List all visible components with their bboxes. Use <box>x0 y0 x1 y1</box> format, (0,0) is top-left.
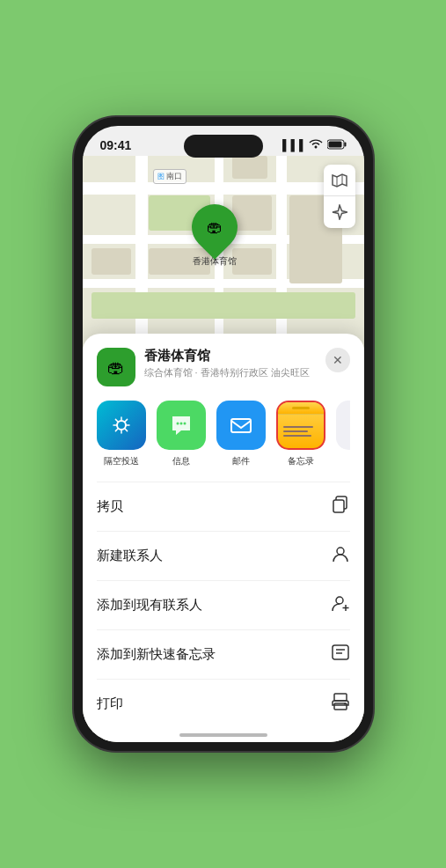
venue-pin-icon: 🏟 <box>207 218 223 237</box>
share-mail[interactable]: 邮件 <box>216 401 266 467</box>
copy-label: 拷贝 <box>97 498 123 515</box>
bottom-sheet: 🏟 香港体育馆 综合体育馆 · 香港特别行政区 油尖旺区 ✕ 隔空投送 <box>83 334 364 742</box>
more-icon <box>336 401 350 450</box>
share-notes[interactable]: 备忘录 <box>276 401 325 467</box>
map-button-group <box>324 165 355 228</box>
phone-frame: 09:41 ▐▐▐ <box>74 117 373 751</box>
share-airdrop[interactable]: 隔空投送 <box>97 401 146 467</box>
location-pin: 🏟 香港体育馆 <box>192 204 238 268</box>
menu-quick-note[interactable]: 添加到新快速备忘录 <box>97 629 350 679</box>
venue-subtitle: 综合体育馆 · 香港特别行政区 油尖旺区 <box>144 366 317 379</box>
dynamic-island <box>184 135 263 158</box>
menu-copy[interactable]: 拷贝 <box>97 482 350 531</box>
map-road <box>83 182 364 195</box>
svg-point-7 <box>179 423 182 425</box>
menu-add-existing-contact[interactable]: 添加到现有联系人 <box>97 580 350 629</box>
svg-point-8 <box>183 423 186 425</box>
map-block <box>91 248 131 275</box>
home-indicator <box>179 733 267 737</box>
messages-label: 信息 <box>172 455 190 467</box>
status-icons: ▐▐▐ <box>279 139 347 152</box>
status-time: 09:41 <box>100 138 132 152</box>
mail-label: 邮件 <box>232 455 250 467</box>
svg-point-6 <box>176 423 179 425</box>
new-contact-label: 新建联系人 <box>97 548 163 564</box>
map-label: 图 南口 <box>153 169 187 184</box>
map-type-button[interactable] <box>324 165 355 196</box>
mail-icon <box>216 401 266 450</box>
battery-icon <box>327 139 347 152</box>
share-row: 隔空投送 信息 邮件 <box>97 401 350 467</box>
svg-rect-2 <box>328 141 341 147</box>
svg-point-12 <box>337 548 344 555</box>
map-block <box>232 156 267 179</box>
close-button[interactable]: ✕ <box>325 348 350 372</box>
new-contact-icon <box>331 544 350 568</box>
copy-icon <box>331 495 350 519</box>
pin-circle: 🏟 <box>182 195 247 260</box>
print-label: 打印 <box>97 695 123 712</box>
quick-note-label: 添加到新快速备忘录 <box>97 646 216 663</box>
airdrop-label: 隔空投送 <box>104 455 139 467</box>
sheet-header: 🏟 香港体育馆 综合体育馆 · 香港特别行政区 油尖旺区 ✕ <box>97 348 350 386</box>
svg-rect-1 <box>344 142 346 146</box>
svg-rect-19 <box>334 694 347 701</box>
map-block <box>91 292 355 319</box>
phone-screen: 09:41 ▐▐▐ <box>83 126 364 742</box>
airdrop-icon <box>97 401 146 450</box>
menu-print[interactable]: 打印 <box>97 679 350 728</box>
svg-rect-16 <box>333 645 348 659</box>
venue-info: 香港体育馆 综合体育馆 · 香港特别行政区 油尖旺区 <box>144 348 317 379</box>
messages-icon <box>157 401 206 450</box>
menu-new-contact[interactable]: 新建联系人 <box>97 531 350 580</box>
map-label-text: 南口 <box>166 172 182 180</box>
svg-point-21 <box>344 703 346 705</box>
share-more[interactable]: 推 <box>336 401 350 467</box>
print-icon <box>331 692 350 716</box>
svg-rect-11 <box>333 500 344 512</box>
add-existing-icon <box>331 593 350 617</box>
svg-point-13 <box>336 597 343 604</box>
signal-icon: ▐▐▐ <box>279 139 304 151</box>
svg-rect-9 <box>231 419 251 432</box>
venue-name: 香港体育馆 <box>144 348 317 364</box>
add-existing-label: 添加到现有联系人 <box>97 597 202 614</box>
map-block <box>232 248 272 275</box>
location-button[interactable] <box>324 196 355 228</box>
share-messages[interactable]: 信息 <box>157 401 206 467</box>
quick-note-icon <box>331 643 350 666</box>
notes-label: 备忘录 <box>288 455 314 467</box>
venue-icon: 🏟 <box>97 348 135 386</box>
notes-icon <box>276 401 325 450</box>
wifi-icon <box>309 139 323 152</box>
